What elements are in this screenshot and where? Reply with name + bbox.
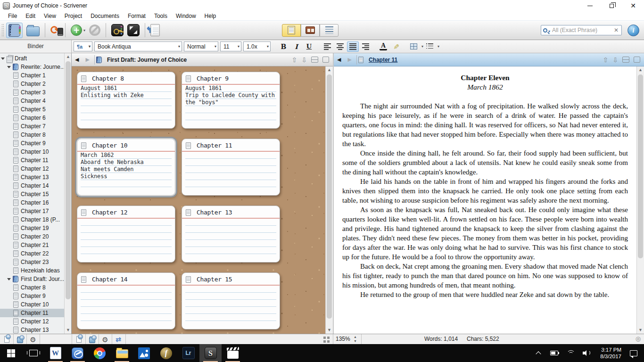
outliner-view-button[interactable]	[320, 24, 339, 37]
binder-item-chapter-10[interactable]: Chapter 10	[0, 300, 65, 309]
font-select[interactable]: Book Antiqua▾	[94, 41, 182, 51]
index-card-chapter-14[interactable]: Chapter 14	[77, 272, 175, 329]
menu-item-window[interactable]: Window	[172, 12, 200, 20]
corkboard-title[interactable]: First Draft: Journey of Choice	[107, 57, 187, 63]
index-card-chapter-8[interactable]: Chapter 8August 1861 Enlisting with Zeke	[77, 72, 175, 129]
line-spacing-select[interactable]: 1.0x▾	[243, 41, 271, 51]
taskbar-font-app-icon[interactable]: f	[155, 344, 177, 362]
binder-item-chapter-12[interactable]: Chapter 12	[0, 165, 65, 173]
forward-arrow-icon[interactable]: ▶	[82, 57, 92, 63]
fullscreen-button[interactable]	[127, 24, 140, 36]
no-split-icon[interactable]	[322, 57, 329, 63]
menu-item-project[interactable]: Project	[60, 12, 86, 20]
highlight-button[interactable]: ✎	[390, 41, 402, 52]
restore-button[interactable]	[601, 0, 622, 11]
scroll-down-icon[interactable]: ▼	[65, 327, 72, 334]
binder-item-chapter-9[interactable]: Chapter 9	[0, 139, 65, 148]
card-synopsis[interactable]	[81, 219, 172, 259]
index-card-chapter-13[interactable]: Chapter 13	[182, 206, 280, 263]
binder-item-chapter-3[interactable]: Chapter 3	[0, 88, 65, 97]
binder-item-chapter-17[interactable]: Chapter 17	[0, 207, 65, 215]
move-down-icon[interactable]: ⇩	[612, 56, 618, 64]
target-icon[interactable]: ◎	[636, 335, 641, 342]
binder-item-chapter-21[interactable]: Chapter 21	[0, 241, 65, 249]
bold-button[interactable]: B	[278, 41, 289, 52]
search-clear-icon[interactable]: ✕	[613, 27, 619, 33]
auto-load-toggle-button[interactable]: ⇄	[113, 335, 124, 344]
chevron-down-icon[interactable]	[7, 66, 11, 68]
compose-mode-button[interactable]	[111, 24, 124, 36]
binder-item-chapter-11[interactable]: Chapter 11	[0, 156, 65, 165]
card-synopsis[interactable]: March 1862 Aboard the Nebraska Nat meets…	[81, 152, 172, 192]
binder-item-chapter-14[interactable]: Chapter 14	[0, 181, 65, 190]
binder-item-chapter-16[interactable]: Chapter 16	[0, 198, 65, 207]
binder-item-chapter-12[interactable]: Chapter 12	[0, 317, 65, 326]
close-button[interactable]: ✕	[622, 0, 644, 11]
binder-item-chapter-20[interactable]: Chapter 20	[0, 232, 65, 241]
add-caret-icon[interactable]: ▾	[83, 28, 85, 33]
menu-item-tools[interactable]: Tools	[150, 12, 172, 20]
search-input[interactable]	[552, 27, 613, 33]
move-up-icon[interactable]: ⇧	[292, 56, 297, 64]
table-button[interactable]	[408, 41, 420, 52]
binder-item-chapter-7[interactable]: Chapter 7	[0, 122, 65, 131]
chevron-down-icon[interactable]	[1, 58, 5, 60]
card-synopsis[interactable]	[81, 286, 172, 326]
notification-icon[interactable]	[630, 350, 637, 356]
binder-item-chapter-13[interactable]: Chapter 13	[0, 326, 65, 334]
binder-item-chapter-19[interactable]: Chapter 19	[0, 224, 65, 232]
italic-button[interactable]: I	[290, 41, 302, 52]
binder-item-chapter-13[interactable]: Chapter 13	[0, 173, 65, 181]
scroll-down-icon[interactable]: ▼	[326, 327, 333, 334]
align-left-button[interactable]	[322, 41, 333, 52]
index-card-chapter-10[interactable]: Chapter 10March 1862 Aboard the Nebraska…	[77, 139, 175, 196]
zoom-level[interactable]: 135%	[336, 336, 350, 342]
sync-button[interactable]: ⟳	[50, 25, 60, 36]
binder-add-document-button[interactable]	[1, 335, 12, 344]
card-synopsis[interactable]	[185, 286, 276, 326]
corkboard-add-document-button[interactable]	[74, 335, 84, 344]
taskbar-start-icon[interactable]	[0, 344, 22, 362]
editor-title[interactable]: Chapter 11	[369, 57, 397, 63]
forward-arrow-icon[interactable]: ▶	[344, 57, 355, 63]
inspector-info-button[interactable]: i	[627, 25, 639, 36]
binder-item-chapter-2[interactable]: Chapter 2	[0, 80, 65, 88]
binder-item-chapter-15[interactable]: Chapter 15	[0, 190, 65, 198]
binder-item-hezekiah-ideas[interactable]: Hezekiah Ideas	[0, 266, 65, 275]
scroll-up-icon[interactable]: ▲	[326, 66, 333, 74]
underline-button[interactable]: U	[303, 41, 315, 52]
move-down-icon[interactable]: ⇩	[301, 56, 307, 64]
clock[interactable]: 3:17 PM 8/3/2017	[600, 346, 621, 360]
taskbar-lightroom-icon[interactable]: Lr	[177, 344, 199, 362]
back-arrow-icon[interactable]: ◀	[72, 57, 82, 63]
corkboard-layout-button[interactable]	[321, 335, 331, 344]
font-size-select[interactable]: 11▾	[220, 41, 241, 51]
list-caret-icon[interactable]: ▾	[438, 44, 439, 49]
card-synopsis[interactable]: August 1861 Enlisting with Zeke	[81, 85, 172, 125]
menu-item-format[interactable]: Format	[124, 12, 150, 20]
menu-item-view[interactable]: View	[40, 12, 60, 20]
volume-icon[interactable]	[583, 350, 591, 356]
wifi-icon[interactable]	[567, 350, 574, 356]
corkboard-add-folder-button[interactable]	[87, 335, 97, 344]
align-center-button[interactable]	[334, 41, 346, 52]
format-preset-select[interactable]: ¶a▾	[74, 41, 92, 51]
menu-item-documents[interactable]: Documents	[86, 12, 124, 20]
delete-button[interactable]	[89, 25, 100, 36]
menu-item-file[interactable]: File	[4, 12, 21, 20]
corkboard-options-button[interactable]: ⚙	[100, 335, 110, 344]
binder-item-chapter-1[interactable]: Chapter 1	[0, 71, 65, 80]
binder-item-chapter-10[interactable]: Chapter 10	[0, 148, 65, 156]
zoom-stepper[interactable]: ▲▼	[354, 335, 357, 343]
move-up-icon[interactable]: ⇧	[603, 56, 609, 64]
index-card-chapter-9[interactable]: Chapter 9August 1861 Trip to Laclede Cou…	[182, 72, 280, 129]
collections-button[interactable]	[26, 25, 40, 36]
editor-scrollbar[interactable]: ▲ ▼	[636, 66, 644, 334]
chevron-down-icon[interactable]	[7, 278, 11, 280]
no-split-icon[interactable]	[634, 57, 640, 63]
binder-item-chapter-6[interactable]: Chapter 6	[0, 114, 65, 122]
chevron-up-icon[interactable]	[537, 351, 541, 355]
taskbar-movie-maker-icon[interactable]	[222, 344, 244, 362]
binder-item-chapter-18-p[interactable]: Chapter 18 (P...	[0, 215, 65, 224]
corkboard-scrollbar[interactable]: ▲ ▼	[325, 66, 333, 334]
